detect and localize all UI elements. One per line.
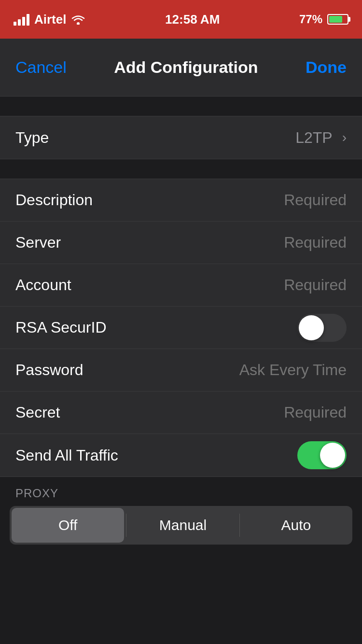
chevron-right-icon: ›: [342, 130, 347, 145]
rsa-securid-toggle[interactable]: [297, 314, 347, 342]
time-label: 12:58 AM: [165, 12, 220, 27]
nav-bar: Cancel Add Configuration Done: [0, 39, 362, 97]
description-row[interactable]: Description: [0, 179, 362, 222]
secret-input[interactable]: [148, 404, 347, 421]
send-all-traffic-toggle[interactable]: [297, 441, 347, 469]
account-input[interactable]: [148, 276, 347, 294]
wifi-icon: [71, 14, 85, 25]
server-input[interactable]: [148, 234, 347, 252]
toggle-knob: [299, 315, 324, 340]
proxy-off-button[interactable]: Off: [12, 508, 124, 543]
account-row[interactable]: Account: [0, 264, 362, 307]
svg-point-0: [77, 22, 80, 25]
send-all-traffic-row: Send All Traffic: [0, 434, 362, 476]
battery-icon: [327, 14, 348, 25]
send-all-traffic-toggle-knob: [320, 443, 345, 468]
secret-label: Secret: [15, 404, 60, 421]
rsa-securid-label: RSA SecurID: [15, 319, 107, 336]
send-all-traffic-label: Send All Traffic: [15, 447, 118, 464]
proxy-segment-control: Off Manual Auto: [10, 506, 352, 545]
status-left: Airtel: [14, 12, 85, 27]
description-label: Description: [15, 191, 93, 209]
password-row[interactable]: Password: [0, 349, 362, 392]
proxy-header: PROXY: [0, 477, 362, 506]
status-center: 12:58 AM: [165, 12, 220, 27]
type-row[interactable]: Type L2TP ›: [0, 116, 362, 159]
page-title: Add Configuration: [114, 58, 258, 77]
status-bar: Airtel 12:58 AM 77%: [0, 0, 362, 39]
type-label: Type: [15, 129, 49, 147]
secret-row[interactable]: Secret: [0, 392, 362, 434]
proxy-auto-button[interactable]: Auto: [240, 506, 352, 545]
signal-bars-icon: [14, 13, 29, 26]
type-section: Type L2TP ›: [0, 116, 362, 159]
rsa-securid-row: RSA SecurID: [0, 307, 362, 349]
spacer-2: [0, 159, 362, 179]
battery-percent-label: 77%: [299, 13, 322, 26]
form-section: Description Server Account RSA SecurID P…: [0, 179, 362, 477]
status-right: 77%: [299, 13, 348, 26]
account-label: Account: [15, 276, 71, 294]
server-row[interactable]: Server: [0, 222, 362, 264]
proxy-manual-button[interactable]: Manual: [126, 506, 239, 545]
password-input[interactable]: [148, 361, 347, 379]
done-button[interactable]: Done: [306, 58, 347, 77]
spacer-1: [0, 97, 362, 116]
battery-fill: [329, 16, 342, 23]
type-value: L2TP: [295, 129, 332, 147]
bottom-spacer: [0, 554, 362, 583]
type-value-chevron: L2TP ›: [295, 129, 347, 147]
password-label: Password: [15, 361, 84, 379]
description-input[interactable]: [148, 191, 347, 209]
server-label: Server: [15, 234, 61, 252]
cancel-button[interactable]: Cancel: [15, 58, 67, 77]
carrier-label: Airtel: [34, 12, 66, 27]
proxy-section: PROXY Off Manual Auto: [0, 477, 362, 545]
